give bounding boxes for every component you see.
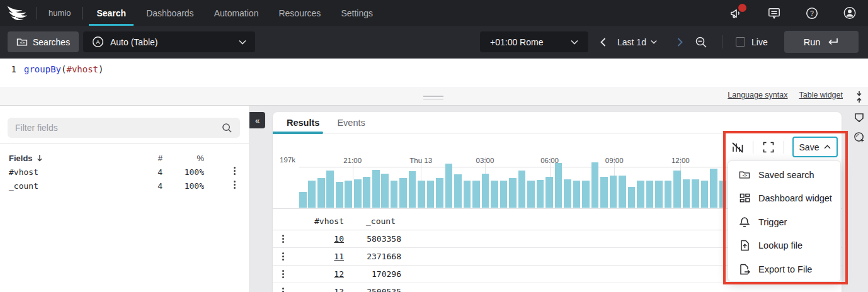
time-back-button[interactable]: [596, 31, 610, 52]
help-icon[interactable]: ?: [805, 6, 819, 20]
chevron-down-icon: [571, 40, 578, 45]
row-menu-button[interactable]: [282, 270, 284, 278]
table-widget-link[interactable]: Table widget: [799, 91, 843, 99]
kebab-menu-icon: [282, 270, 284, 278]
histogram-bar: [326, 171, 334, 208]
svg-text:<>: <>: [20, 40, 25, 45]
language-syntax-link[interactable]: Language syntax: [728, 91, 787, 99]
vhost-value-link[interactable]: 10: [290, 234, 344, 244]
display-mode-select[interactable]: A Auto (Table): [83, 31, 255, 52]
top-nav: humio SearchDashboardsAutomationResource…: [0, 0, 868, 26]
histogram-bar: [472, 181, 480, 208]
histogram-bar: [655, 181, 663, 208]
field-row[interactable]: #vhost4100%: [9, 166, 241, 177]
histogram-bar: [454, 174, 462, 208]
zoom-out-icon: [695, 36, 707, 48]
collapse-vertical-icon[interactable]: [852, 89, 867, 104]
count-value: 170296: [343, 269, 401, 279]
tag-icon[interactable]: [852, 111, 867, 126]
x-tick-label: 03:00: [476, 157, 494, 164]
menu-item-label: Lookup file: [758, 240, 802, 250]
tab-results[interactable]: Results: [287, 112, 319, 133]
zoom-out-time-button[interactable]: [693, 31, 709, 52]
histogram-bar: [610, 176, 617, 208]
feedback-chat-icon[interactable]: [767, 6, 781, 20]
row-menu-button[interactable]: [282, 235, 284, 243]
toggle-chart-icon[interactable]: [731, 140, 745, 154]
fullscreen-icon[interactable]: [762, 140, 775, 154]
menu-item-lookup-file[interactable]: Lookup file: [728, 234, 840, 258]
field-menu-button[interactable]: [234, 167, 236, 175]
row-menu-button[interactable]: [282, 252, 284, 261]
vhost-value-link[interactable]: 13: [290, 287, 344, 292]
menu-item-label: Saved search: [758, 170, 814, 180]
nav-item-resources[interactable]: Resources: [268, 0, 331, 26]
save-button[interactable]: Save: [792, 137, 838, 157]
histogram-bar: [600, 177, 608, 208]
top-nav-right: ?: [729, 6, 868, 20]
announcements-icon[interactable]: [729, 6, 743, 20]
histogram-bar: [500, 181, 508, 208]
histogram-bar: [363, 177, 370, 208]
menu-item-export-to-file[interactable]: Export to File: [728, 257, 840, 281]
account-icon[interactable]: [843, 6, 857, 20]
histogram-bar: [719, 181, 727, 208]
field-name: #vhost: [9, 167, 38, 177]
chevron-right-icon: [677, 38, 683, 47]
percent-column-header: %: [186, 154, 204, 163]
run-button[interactable]: Run: [784, 31, 859, 53]
y-axis-max-label: 197k: [280, 157, 295, 164]
count-column-header: _count: [366, 216, 404, 226]
auto-mode-icon: A: [92, 36, 104, 48]
nav-item-automation[interactable]: Automation: [204, 0, 269, 26]
results-tabs: Results Events: [273, 112, 842, 133]
trigger-bell-icon: [739, 216, 750, 228]
display-mode-value: Auto (Table): [110, 37, 157, 47]
collapse-panel-button[interactable]: «: [249, 112, 265, 128]
filter-fields-input[interactable]: [15, 123, 222, 133]
menu-item-trigger[interactable]: Trigger: [728, 210, 840, 234]
histogram-bar: [710, 169, 717, 208]
kebab-menu-icon: [234, 167, 236, 175]
nav-item-settings[interactable]: Settings: [331, 0, 383, 26]
timezone-select[interactable]: +01:00 Rome: [480, 31, 588, 52]
fields-sort[interactable]: Fields: [9, 154, 43, 163]
histogram-bar: [299, 192, 307, 208]
searches-button[interactable]: <> Searches: [8, 31, 79, 52]
menu-item-dashboard-widget[interactable]: Dashboard widget: [728, 187, 840, 211]
histogram-bar: [527, 181, 535, 208]
histogram-bar: [509, 178, 517, 208]
histogram-bar: [582, 181, 590, 208]
crowdstrike-logo[interactable]: [0, 5, 37, 21]
vhost-column-header: #vhost: [290, 216, 344, 226]
search-icon: [222, 123, 232, 133]
histogram-bar: [619, 176, 626, 208]
menu-item-saved-search[interactable]: <>Saved search: [728, 163, 840, 187]
time-range-value: Last 1d: [617, 37, 646, 47]
nav-item-dashboards[interactable]: Dashboards: [136, 0, 204, 26]
x-tick-label: 21:00: [343, 157, 362, 164]
falcon-logo-icon: [6, 5, 30, 21]
field-percent: 100%: [178, 181, 204, 191]
vhost-value-link[interactable]: 11: [290, 252, 344, 261]
live-checkbox[interactable]: [736, 37, 745, 47]
line-number: 1: [0, 64, 16, 74]
live-toggle[interactable]: Live: [736, 31, 768, 52]
field-menu-button[interactable]: [234, 181, 236, 189]
histogram-bar: [555, 163, 562, 208]
row-menu-button[interactable]: [282, 288, 284, 292]
time-forward-button[interactable]: [673, 31, 687, 52]
histogram-bar: [491, 181, 498, 208]
field-row[interactable]: _count4100%: [9, 180, 241, 191]
count-value: 2500535: [343, 287, 401, 292]
panel-divider: [0, 143, 249, 144]
inspect-search-icon[interactable]: [852, 130, 867, 145]
vhost-value-link[interactable]: 12: [290, 269, 344, 279]
nav-item-search[interactable]: Search: [86, 0, 136, 26]
query-editor[interactable]: 1 groupBy(#vhost): [0, 59, 868, 87]
resize-handle[interactable]: [423, 94, 443, 101]
tab-events[interactable]: Events: [337, 112, 365, 133]
controls-divider: [784, 141, 784, 154]
time-range-select[interactable]: Last 1d: [617, 31, 657, 52]
histogram-bar: [445, 164, 453, 208]
